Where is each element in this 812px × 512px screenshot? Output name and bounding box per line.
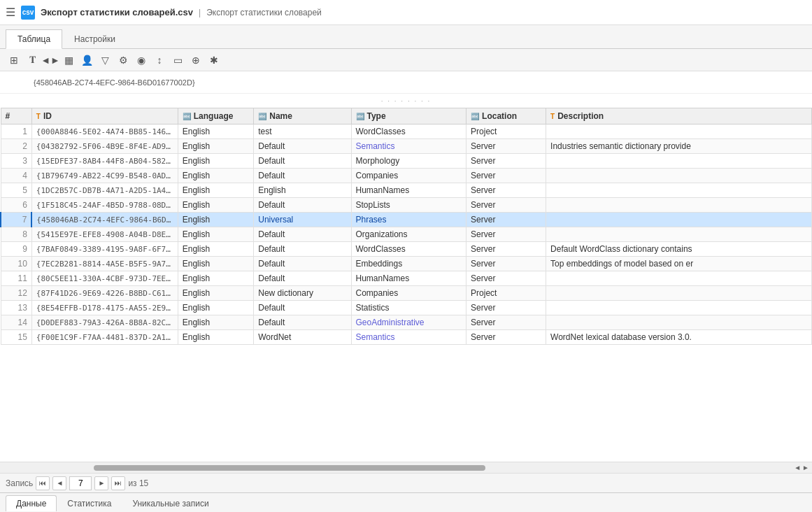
table-row[interactable]: 13 {8E54EFFB-D178-4175-AA55-2E998... Eng…	[1, 301, 812, 315]
toolbar-btn-settings[interactable]: ⚙	[115, 52, 131, 69]
toolbar-btn-user[interactable]: 👤	[78, 52, 95, 69]
cell-location: Project	[466, 286, 546, 301]
cell-id: {1B796749-AB22-4C99-B548-0AD6...	[31, 169, 178, 183]
cell-language: English	[178, 213, 253, 227]
cell-location: Server	[466, 242, 546, 257]
cell-num: 1	[1, 125, 31, 139]
col-header-description[interactable]: TDescription	[546, 108, 812, 125]
cell-name: Default	[254, 257, 351, 271]
cell-name: Default	[254, 315, 351, 330]
hscroll-left-icon[interactable]: ◄	[794, 464, 801, 471]
cell-type: Phrases	[351, 213, 466, 227]
table-row[interactable]: 2 {04382792-5F06-4B9E-8F4E-AD9AB... Engl…	[1, 139, 812, 154]
col-header-name[interactable]: 🔤Name	[254, 108, 351, 125]
cell-language: English	[178, 183, 253, 198]
nav-page-input[interactable]	[69, 476, 92, 490]
cell-type: Statistics	[351, 301, 466, 315]
cell-id: {80C5EE11-330A-4CBF-973D-7EED...	[31, 271, 178, 286]
hscroll-bar[interactable]: ◄ ►	[0, 462, 812, 473]
table-row[interactable]: 1 {000A8846-5E02-4A74-BB85-14673... Engl…	[1, 125, 812, 139]
toolbar-btn-t[interactable]: 𝐓	[24, 52, 41, 69]
table-row[interactable]: 3 {15EDFE37-8AB4-44F8-AB04-582E5... Engl…	[1, 154, 812, 169]
hscroll-thumb[interactable]	[94, 465, 485, 471]
cell-type: Companies	[351, 169, 466, 183]
cell-description	[546, 169, 812, 183]
hscroll-right-icon[interactable]: ►	[802, 464, 809, 471]
table-row[interactable]: 11 {80C5EE11-330A-4CBF-973D-7EED... Engl…	[1, 271, 812, 286]
cell-language: English	[178, 227, 253, 242]
nav-first-btn[interactable]: ⏮	[36, 476, 50, 490]
cell-language: English	[178, 315, 253, 330]
tab-table[interactable]: Таблица	[6, 29, 62, 49]
nav-label: Запись	[6, 478, 33, 488]
bottom-tab-unique[interactable]: Уникальные записи	[122, 495, 219, 511]
nav-last-btn[interactable]: ⏭	[111, 476, 125, 490]
table-row[interactable]: 12 {87F41D26-9E69-4226-B8BD-C618... Engl…	[1, 286, 812, 301]
toolbar-btn-grid[interactable]: ⊞	[6, 52, 22, 69]
cell-language: English	[178, 125, 253, 139]
col-header-type[interactable]: 🔤Type	[351, 108, 466, 125]
bottom-tab-stats[interactable]: Статистика	[57, 495, 122, 511]
title-bar: ☰ csv Экспорт статистики словарей.csv | …	[0, 0, 812, 25]
cell-name: Default	[254, 154, 351, 169]
cell-id: {458046AB-2C74-4EFC-9864-B6D0...	[31, 213, 178, 227]
toolbar-btn-plus[interactable]: ⊕	[187, 52, 204, 69]
cell-num: 2	[1, 139, 31, 154]
cell-id: {1F518C45-24AF-4B5D-9788-08DD...	[31, 198, 178, 213]
table-wrapper[interactable]: # TID 🔤Language 🔤Name 🔤Type	[0, 108, 812, 462]
col-header-language[interactable]: 🔤Language	[178, 108, 253, 125]
cell-num: 11	[1, 271, 31, 286]
cell-name: New dictionary	[254, 286, 351, 301]
table-row[interactable]: 8 {5415E97E-EFE8-4908-A04B-D8E06... Engl…	[1, 227, 812, 242]
table-row[interactable]: 10 {7EC2B281-8814-4A5E-B5F5-9A7C0... Eng…	[1, 257, 812, 271]
table-row[interactable]: 14 {D0DEF883-79A3-426A-8B8A-82C4... Engl…	[1, 315, 812, 330]
cell-location: Server	[466, 227, 546, 242]
menu-icon[interactable]: ☰	[6, 6, 15, 19]
cell-description	[546, 213, 812, 227]
bottom-tab-data[interactable]: Данные	[6, 495, 57, 511]
toolbar-btn-rect[interactable]: ▭	[169, 52, 186, 69]
cell-location: Server	[466, 169, 546, 183]
tab-settings[interactable]: Настройки	[62, 29, 127, 48]
cell-language: English	[178, 286, 253, 301]
cell-name: test	[254, 125, 351, 139]
toolbar-btn-arrows[interactable]: ◄►	[42, 52, 59, 69]
cell-location: Server	[466, 271, 546, 286]
cell-language: English	[178, 198, 253, 213]
table-row[interactable]: 7 {458046AB-2C74-4EFC-9864-B6D0... Engli…	[1, 213, 812, 227]
table-row[interactable]: 5 {1DC2B57C-DB7B-4A71-A2D5-1A4... Englis…	[1, 183, 812, 198]
toolbar-btn-table[interactable]: ▦	[60, 52, 77, 69]
bottom-tab-bar: Данные Статистика Уникальные записи	[0, 492, 812, 512]
table-row[interactable]: 15 {F00E1C9F-F7AA-4481-837D-2A1B0... Eng…	[1, 330, 812, 345]
cell-description	[546, 227, 812, 242]
col-header-num[interactable]: #	[1, 108, 31, 125]
table-row[interactable]: 4 {1B796749-AB22-4C99-B548-0AD6... Engli…	[1, 169, 812, 183]
toolbar-btn-filter[interactable]: ▽	[97, 52, 113, 69]
title-separator: |	[199, 8, 201, 17]
cell-num: 10	[1, 257, 31, 271]
cell-type: Companies	[351, 286, 466, 301]
cell-name: Default	[254, 242, 351, 257]
cell-location: Server	[466, 330, 546, 345]
cell-type: WordClasses	[351, 125, 466, 139]
cell-id: {F00E1C9F-F7AA-4481-837D-2A1B0...	[31, 330, 178, 345]
toolbar-btn-circle[interactable]: ◉	[133, 52, 150, 69]
cell-description	[546, 315, 812, 330]
table-row[interactable]: 6 {1F518C45-24AF-4B5D-9788-08DD... Engli…	[1, 198, 812, 213]
col-header-id[interactable]: TID	[31, 108, 178, 125]
table-row[interactable]: 9 {7BAF0849-3389-4195-9A8F-6F716... Engl…	[1, 242, 812, 257]
nav-prev-btn[interactable]: ◄	[52, 476, 66, 490]
cell-description	[546, 286, 812, 301]
nav-next-btn[interactable]: ►	[94, 476, 108, 490]
cell-language: English	[178, 139, 253, 154]
toolbar-btn-sort[interactable]: ↕	[151, 52, 168, 69]
cell-num: 9	[1, 242, 31, 257]
cell-location: Server	[466, 154, 546, 169]
toolbar-btn-star[interactable]: ✱	[206, 52, 222, 69]
cell-description: Top embeddings of model based on er	[546, 257, 812, 271]
cell-name: Default	[254, 169, 351, 183]
cell-num: 13	[1, 301, 31, 315]
col-header-location[interactable]: 🔤Location	[466, 108, 546, 125]
cell-location: Project	[466, 125, 546, 139]
toolbar: ⊞ 𝐓 ◄► ▦ 👤 ▽ ⚙ ◉ ↕ ▭ ⊕ ✱	[0, 49, 812, 71]
